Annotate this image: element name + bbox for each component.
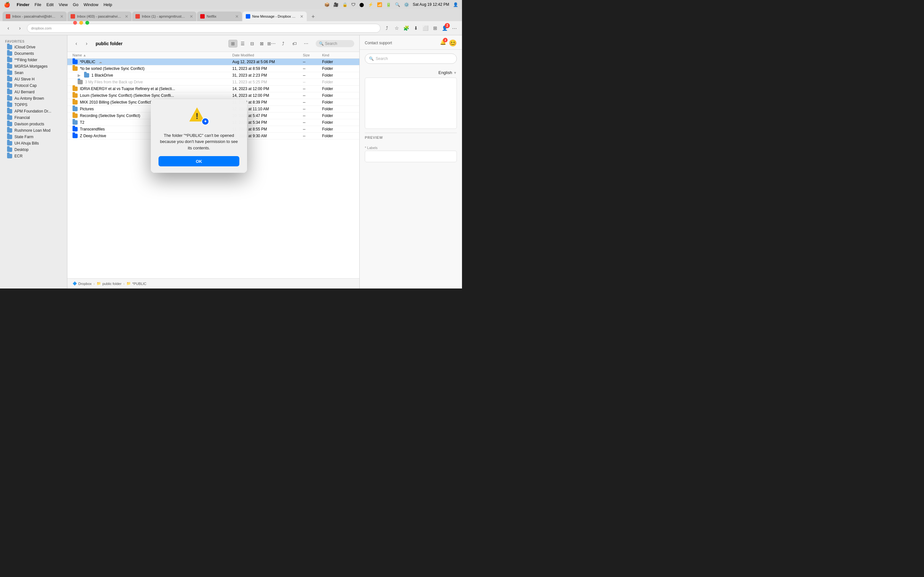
menu-help[interactable]: Help: [103, 2, 112, 7]
extension-button[interactable]: 🧩: [402, 24, 410, 32]
address-bar[interactable]: dropbox.com: [27, 24, 381, 33]
tab-gmail-3[interactable]: Inbox (1) - apmmgmttrust@gm... ✕: [132, 11, 196, 21]
dialog-ok-button[interactable]: OK: [158, 156, 239, 166]
search-bar[interactable]: 🔍 Search: [365, 53, 457, 64]
table-row[interactable]: IDRIA ENERGY et al vs Tuapse Refinery et…: [67, 85, 359, 92]
labels-input[interactable]: [365, 151, 457, 162]
finder-search[interactable]: 🔍 Search: [316, 40, 354, 47]
tab-close-4[interactable]: ✕: [235, 14, 239, 19]
sidebar-item-sean[interactable]: Sean: [2, 69, 65, 76]
breadcrumb-public[interactable]: 📁 *PUBLIC: [126, 282, 146, 285]
column-view-button[interactable]: ⊟: [248, 40, 257, 47]
sidebar-item-uh-ahuja[interactable]: UH Ahuja Bills: [2, 140, 65, 147]
wifi-icon[interactable]: 📶: [377, 2, 382, 7]
menu-file[interactable]: File: [35, 2, 41, 7]
sidebar-item-filing[interactable]: **Filing folder: [2, 57, 65, 63]
sidebar-item-desktop[interactable]: Desktop: [2, 147, 65, 153]
avatar-icon[interactable]: 😊: [449, 39, 457, 47]
file-size: --: [303, 100, 322, 105]
tab-gmail-1[interactable]: Inbox - pascalmahvi@idriaener... ✕: [3, 11, 67, 21]
finder-forward[interactable]: ›: [83, 40, 90, 47]
sidebar-item-au-steve[interactable]: AU Steve H: [2, 76, 65, 82]
share-button[interactable]: ⤴: [383, 24, 391, 32]
window-maximize[interactable]: [86, 21, 89, 25]
breadcrumb-public-folder[interactable]: 📁 public folder: [97, 282, 121, 285]
sidebar-item-topps[interactable]: TOPPS: [2, 102, 65, 108]
language-selector[interactable]: English ▼: [365, 68, 457, 77]
sidebar-item-mgrsa[interactable]: MGRSA Mortgages: [2, 63, 65, 69]
sidebar-item-rushmore[interactable]: Rushmore Loan Mod: [2, 127, 65, 134]
zoom-icon[interactable]: 🎥: [333, 2, 338, 7]
gallery-view-button[interactable]: ⊠: [257, 40, 266, 47]
menu-view[interactable]: View: [59, 2, 68, 7]
bluetooth-icon[interactable]: ⚡: [368, 2, 373, 7]
group-view-button[interactable]: ⊞⋯: [267, 40, 276, 47]
menu-edit[interactable]: Edit: [47, 2, 53, 7]
sidebar-item-protocol[interactable]: Protocol Cap: [2, 82, 65, 89]
icon-view-button[interactable]: ⊞: [228, 40, 237, 47]
col-kind[interactable]: Kind: [322, 53, 354, 57]
file-size: --: [303, 113, 322, 118]
tab-dropbox[interactable]: New Message - Dropbox Com... ✕: [242, 11, 307, 21]
col-name[interactable]: Name ▲: [73, 53, 232, 57]
sidebar-label-icloud: iCloud Drive: [15, 45, 35, 49]
sidebar-item-financial[interactable]: Financial: [2, 114, 65, 121]
list-view-button[interactable]: ☰: [238, 40, 247, 47]
tab-gmail-2[interactable]: Inbox (403) - pascalmahvi@g... ✕: [67, 11, 132, 21]
expand-arrow[interactable]: ▶: [78, 73, 81, 77]
sidebar-item-documents[interactable]: Documents: [2, 50, 65, 57]
sidebar-item-apm[interactable]: APM Foundation Dr...: [2, 108, 65, 114]
search-icon[interactable]: 🔍: [395, 2, 400, 7]
col-date[interactable]: Date Modified: [232, 53, 303, 57]
table-row[interactable]: *to be sorted (Selective Sync Conflict) …: [67, 65, 359, 72]
sidebar-item-ecr[interactable]: ECR: [2, 153, 65, 159]
table-row[interactable]: Loum (Selective Sync Conflict) (Selectiv…: [67, 92, 359, 99]
search-placeholder: Search: [376, 56, 388, 61]
svg-text:!: !: [196, 111, 199, 121]
tab-netflix[interactable]: Netflix ✕: [197, 11, 242, 21]
tab-close-2[interactable]: ✕: [125, 14, 128, 19]
menu-button[interactable]: ⋯: [451, 24, 458, 32]
tab-close-5[interactable]: ✕: [300, 14, 304, 19]
share-finder-btn[interactable]: ⤴: [278, 40, 288, 47]
music-icon[interactable]: ⬤: [359, 2, 364, 7]
bookmark-button[interactable]: ☆: [393, 24, 401, 32]
dropbox-icon[interactable]: 📦: [325, 2, 330, 7]
table-row[interactable]: ▶ 1 BlackDrive 31, 2023 at 2:23 PM -- Fo…: [67, 72, 359, 79]
window-minimize[interactable]: [79, 21, 83, 25]
tab-close-3[interactable]: ✕: [190, 14, 193, 19]
app-name[interactable]: Finder: [17, 2, 29, 7]
window-close[interactable]: [73, 21, 77, 25]
breadcrumb-dropbox[interactable]: 🔷 Dropbox: [73, 282, 92, 285]
tag-btn[interactable]: 🏷: [290, 40, 299, 47]
tab-view-button[interactable]: ⊞: [431, 24, 439, 32]
system-icon2[interactable]: 🛡: [351, 2, 355, 7]
download-button[interactable]: ⬇: [412, 24, 420, 32]
tab-close-1[interactable]: ✕: [60, 14, 63, 19]
finder-back[interactable]: ‹: [73, 40, 80, 47]
sidebar-toggle[interactable]: ⬜: [422, 24, 429, 32]
back-button[interactable]: ‹: [4, 24, 13, 33]
table-row[interactable]: *PUBLIC ☁ Aug 12, 2023 at 5:06 PM -- Fol…: [67, 59, 359, 65]
more-finder-btn[interactable]: ⋯: [302, 40, 310, 47]
control-center-icon[interactable]: ⚙️: [404, 2, 409, 7]
more-button[interactable]: 👤 2: [441, 24, 449, 32]
system-icon1[interactable]: 🔒: [342, 2, 347, 7]
gmail-icon-2: [71, 14, 75, 19]
col-size[interactable]: Size: [303, 53, 322, 57]
forward-button[interactable]: ›: [15, 24, 24, 33]
financial-icon: [7, 115, 12, 120]
sidebar-item-davison[interactable]: Davison products: [2, 121, 65, 127]
sidebar-item-state-farm[interactable]: State Farm: [2, 134, 65, 140]
sidebar-item-au-antony[interactable]: Au Antony Brown: [2, 95, 65, 102]
user-icon[interactable]: 👤: [453, 2, 458, 7]
sidebar-item-icloud[interactable]: iCloud Drive: [2, 44, 65, 50]
menu-window[interactable]: Window: [83, 2, 98, 7]
new-tab-button[interactable]: +: [309, 12, 318, 21]
apple-menu[interactable]: 🍎: [4, 2, 10, 8]
sidebar-item-au-bernard[interactable]: AU Bernard: [2, 89, 65, 95]
breadcrumb-folder-icon: 📁: [97, 282, 101, 285]
table-row[interactable]: 3 My Files from the Back up Drive 11, 20…: [67, 79, 359, 85]
menu-go[interactable]: Go: [73, 2, 78, 7]
state-farm-icon: [7, 135, 12, 139]
